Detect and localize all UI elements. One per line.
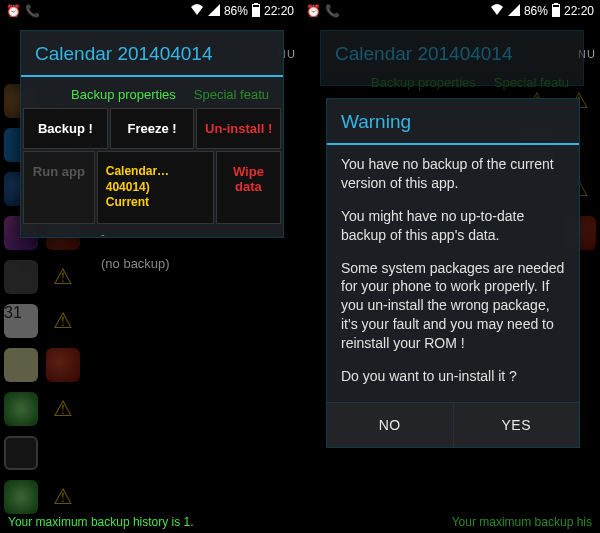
warning-title: Warning (327, 99, 579, 143)
clock: 22:20 (264, 4, 294, 18)
status-bar: ⏰ 📞 86% 22:20 (300, 0, 600, 22)
status-bar: ⏰ 📞 86% 22:20 (0, 0, 300, 22)
warning-p3: Some system packages are needed for your… (341, 259, 565, 353)
dialog-title: Calendar 201404014 (21, 31, 283, 75)
tabs: Backup properties Special featu (21, 77, 283, 108)
dash: - (21, 224, 283, 240)
svg-rect-4 (554, 3, 558, 4)
run-app-button: Run app (23, 151, 95, 224)
tab-backup-properties[interactable]: Backup properties (71, 87, 176, 102)
no-button[interactable]: NO (327, 403, 453, 447)
battery-icon (552, 3, 560, 20)
backup-dialog: Calendar 201404014 Backup properties Spe… (20, 30, 284, 238)
screen-right: ⏰ 📞 86% 22:20 NU ⚠ ⚠ ⚠ ⚠ ⚠ ⚠ Your maximu (300, 0, 600, 533)
wifi-icon (190, 4, 204, 19)
phone-icon: 📞 (325, 4, 340, 18)
signal-icon (508, 4, 520, 19)
tab-backup-properties: Backup properties (371, 75, 476, 90)
current-line2: Current (106, 195, 211, 211)
wipe-data-button[interactable]: Wipe data (216, 151, 281, 224)
no-backup-label: (no backup) (21, 240, 283, 271)
screen-left: ⏰ 📞 86% 22:20 NU ⚠ ⚠ ⚠ 31⚠ ⚠ ⚠ Your maxi (0, 0, 300, 533)
uninstall-button[interactable]: Un-install ! (196, 108, 281, 149)
battery-icon (252, 3, 260, 20)
dialog-actions: NO YES (327, 402, 579, 447)
battery-percent: 86% (224, 4, 248, 18)
svg-rect-1 (254, 3, 258, 4)
wifi-icon (490, 4, 504, 19)
dialog-title: Calendar 201404014 (321, 31, 583, 75)
current-version-cell: Calendar…404014) Current (97, 151, 214, 224)
warning-p4: Do you want to un-install it ? (341, 367, 565, 386)
warning-p2: You might have no up-to-date backup of t… (341, 207, 565, 245)
alarm-icon: ⏰ (6, 4, 21, 18)
alarm-icon: ⏰ (306, 4, 321, 18)
footer-note: Your maximum backup his (452, 515, 592, 529)
battery-percent: 86% (524, 4, 548, 18)
freeze-button[interactable]: Freeze ! (110, 108, 195, 149)
warning-dialog: Warning You have no backup of the curren… (326, 98, 580, 448)
footer-note: Your maximum backup history is 1. (8, 515, 194, 529)
warning-p1: You have no backup of the current versio… (341, 155, 565, 193)
yes-button[interactable]: YES (453, 403, 580, 447)
svg-rect-5 (553, 5, 559, 7)
svg-rect-2 (253, 5, 259, 7)
current-line1: Calendar…404014) (106, 164, 211, 195)
signal-icon (208, 4, 220, 19)
tab-special-features[interactable]: Special featu (194, 87, 269, 102)
tab-special-features: Special featu (494, 75, 569, 90)
warning-body: You have no backup of the current versio… (327, 145, 579, 402)
phone-icon: 📞 (25, 4, 40, 18)
clock: 22:20 (564, 4, 594, 18)
backup-button[interactable]: Backup ! (23, 108, 108, 149)
backup-dialog-dimmed: Calendar 201404014 Backup properties Spe… (320, 30, 584, 86)
